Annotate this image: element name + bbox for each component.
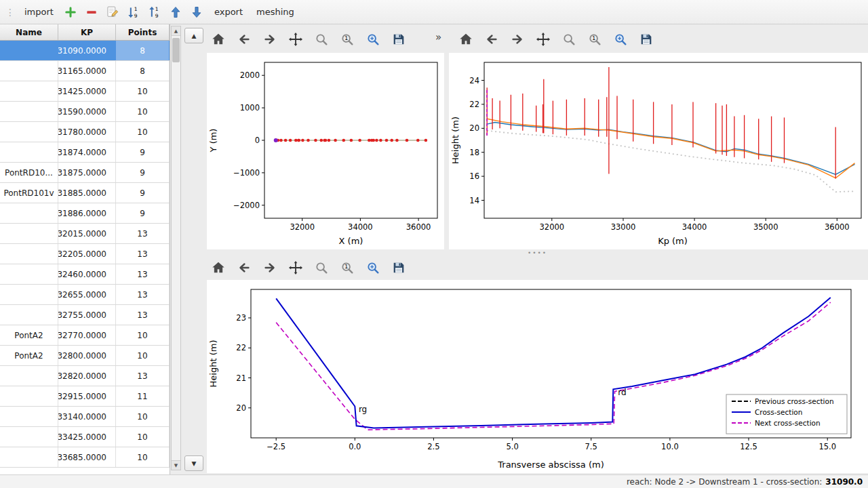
table-row[interactable]: 32655.000013 [0, 285, 170, 305]
table-row[interactable]: 31874.00009 [0, 142, 170, 163]
table-row[interactable]: 31780.000010 [0, 122, 170, 142]
cross-section-chart[interactable]: −2.50.02.55.07.510.012.515.020212223Tran… [207, 280, 868, 473]
table-row[interactable]: PontA232800.000010 [0, 346, 170, 366]
cell-kp[interactable]: 31886.0000 [58, 203, 116, 223]
table-row[interactable]: 31590.000010 [0, 102, 170, 122]
zoom-to-rect-icon[interactable] [363, 30, 383, 49]
cell-points[interactable]: 10 [116, 102, 170, 121]
table-row[interactable]: 31165.00008 [0, 61, 170, 81]
cell-name[interactable] [0, 264, 58, 284]
cell-name[interactable] [0, 102, 58, 121]
cell-kp[interactable]: 32460.0000 [58, 264, 116, 284]
move-down-button[interactable] [187, 3, 207, 21]
cell-name[interactable] [0, 285, 58, 304]
longitudinal-profile-chart[interactable]: 3200033000340003500036000141618202224Kp … [449, 53, 868, 249]
zoom-to-rect-icon[interactable] [610, 30, 631, 49]
cell-points[interactable]: 13 [116, 224, 170, 243]
table-row[interactable]: PontRD101v31885.00009 [0, 183, 170, 203]
cell-points[interactable]: 9 [116, 142, 170, 162]
zoom-original-icon[interactable]: 1 [585, 30, 605, 49]
cell-kp[interactable]: 31090.0000 [58, 41, 116, 60]
save-icon[interactable] [389, 30, 409, 49]
zoom-original-icon[interactable]: 1 [337, 258, 357, 277]
pan-icon[interactable] [285, 30, 306, 49]
cell-points[interactable]: 10 [116, 81, 170, 101]
cell-name[interactable] [0, 61, 58, 81]
table-row[interactable]: 32915.000011 [0, 386, 170, 407]
cell-points[interactable]: 9 [116, 203, 170, 223]
cell-kp[interactable]: 32800.0000 [58, 346, 116, 365]
move-up-button[interactable] [166, 3, 186, 21]
table-row[interactable]: 33425.000010 [0, 427, 170, 447]
pan-icon[interactable] [285, 258, 306, 277]
zoom-icon[interactable] [559, 30, 579, 49]
table-row[interactable]: 33685.000010 [0, 447, 170, 468]
table-row[interactable]: 32460.000013 [0, 264, 170, 285]
column-header-name[interactable]: Name [0, 24, 58, 40]
table-row[interactable]: 33140.000010 [0, 407, 170, 427]
forward-icon[interactable] [507, 30, 528, 49]
cell-name[interactable] [0, 366, 58, 386]
table-row[interactable]: 31425.000010 [0, 81, 170, 102]
meshing-menu-button[interactable]: meshing [250, 3, 300, 20]
table-row[interactable]: 32015.000013 [0, 224, 170, 244]
forward-icon[interactable] [260, 30, 280, 49]
zoom-original-icon[interactable]: 1 [337, 30, 357, 49]
column-header-points[interactable]: Points [116, 24, 170, 40]
cell-name[interactable] [0, 224, 58, 243]
back-icon[interactable] [234, 258, 254, 277]
import-menu-button[interactable]: import [18, 3, 60, 20]
cell-points[interactable]: 10 [116, 447, 170, 467]
add-button[interactable] [61, 3, 81, 21]
forward-icon[interactable] [260, 258, 280, 277]
remove-button[interactable] [82, 3, 102, 21]
cell-kp[interactable]: 32770.0000 [58, 325, 116, 345]
cell-kp[interactable]: 32205.0000 [58, 244, 116, 264]
cell-name[interactable] [0, 203, 58, 223]
cell-name[interactable] [0, 122, 58, 142]
table-row[interactable]: 32205.000013 [0, 244, 170, 264]
home-icon[interactable] [208, 258, 229, 277]
cell-kp[interactable]: 33685.0000 [58, 447, 116, 467]
cell-points[interactable]: 13 [116, 285, 170, 304]
cell-points[interactable]: 10 [116, 427, 170, 447]
cell-name[interactable] [0, 305, 58, 325]
cell-points[interactable]: 10 [116, 325, 170, 345]
sort-descending-button[interactable]: 19 [145, 3, 165, 21]
export-menu-button[interactable]: export [208, 3, 249, 20]
save-icon[interactable] [389, 258, 409, 277]
cell-kp[interactable]: 33425.0000 [58, 427, 116, 447]
scroll-up-arrow[interactable]: ▲ [172, 26, 180, 36]
zoom-to-rect-icon[interactable] [363, 258, 383, 277]
cell-name[interactable] [0, 244, 58, 264]
cell-kp[interactable]: 31780.0000 [58, 122, 116, 142]
cell-name[interactable] [0, 142, 58, 162]
back-icon[interactable] [234, 30, 254, 49]
cell-points[interactable]: 8 [116, 41, 170, 60]
cell-name[interactable]: PontRD10... [0, 163, 58, 182]
cell-kp[interactable]: 32755.0000 [58, 305, 116, 325]
cell-kp[interactable]: 32915.0000 [58, 386, 116, 406]
table-row[interactable]: PontRD10...31875.00009 [0, 163, 170, 183]
cell-kp[interactable]: 31590.0000 [58, 102, 116, 121]
cell-points[interactable]: 9 [116, 163, 170, 182]
cell-points[interactable]: 13 [116, 244, 170, 264]
cell-name[interactable] [0, 81, 58, 101]
table-row[interactable]: 31886.00009 [0, 203, 170, 224]
navigate-down-button[interactable]: ▼ [184, 455, 203, 471]
cell-name[interactable] [0, 41, 58, 60]
cell-name[interactable] [0, 427, 58, 447]
toolbar-overflow-chevron[interactable]: » [435, 31, 441, 43]
zoom-icon[interactable] [311, 258, 332, 277]
sort-ascending-button[interactable]: 19 [124, 3, 144, 21]
cell-kp[interactable]: 32015.0000 [58, 224, 116, 243]
cell-points[interactable]: 13 [116, 264, 170, 284]
cell-kp[interactable]: 33140.0000 [58, 407, 116, 426]
cell-kp[interactable]: 31874.0000 [58, 142, 116, 162]
pan-icon[interactable] [533, 30, 553, 49]
cell-name[interactable]: PontA2 [0, 346, 58, 365]
zoom-icon[interactable] [311, 30, 332, 49]
cell-points[interactable]: 8 [116, 61, 170, 81]
table-row[interactable]: 32820.000013 [0, 366, 170, 386]
table-scrollbar[interactable]: ▲ ▼ [171, 26, 181, 470]
